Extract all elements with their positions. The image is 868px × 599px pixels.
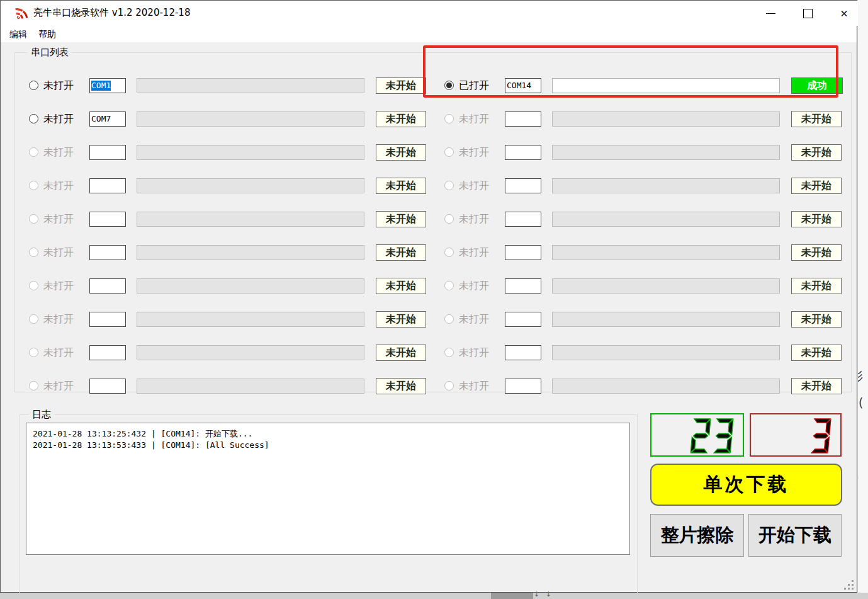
port-status-label: 未打开: [43, 146, 74, 159]
minimize-button[interactable]: [756, 1, 785, 26]
progress-bar: [137, 145, 364, 160]
close-icon: ✕: [840, 9, 848, 18]
com-port-field[interactable]: COM1: [89, 78, 126, 93]
port-row: 未打开 COM1 未开始: [21, 77, 431, 94]
com-port-field[interactable]: [89, 212, 126, 227]
port-status-label: 未打开: [43, 313, 74, 326]
com-port-field[interactable]: [89, 379, 126, 394]
port-radio[interactable]: [29, 214, 38, 224]
maximize-button[interactable]: [793, 1, 822, 26]
status-button[interactable]: 未开始: [791, 144, 842, 161]
port-radio[interactable]: [29, 348, 38, 357]
com-port-value: COM1: [91, 81, 111, 91]
status-button[interactable]: 未开始: [791, 278, 842, 294]
port-radio[interactable]: [29, 181, 38, 190]
port-row: 未打开 未开始: [21, 144, 431, 161]
status-button[interactable]: 未开始: [376, 378, 426, 394]
progress-bar: [552, 212, 780, 227]
status-button[interactable]: 未开始: [376, 244, 426, 261]
com-port-field[interactable]: [505, 212, 541, 227]
port-column-right: 已打开 COM14 成功 未打开 未开始 未打开 未开始 未打开 未开始 未打开…: [437, 77, 846, 411]
port-radio[interactable]: [444, 381, 454, 391]
start-download-button[interactable]: 开始下载: [748, 514, 842, 557]
port-status-label: 未打开: [459, 313, 489, 326]
single-download-button[interactable]: 单次下载: [650, 464, 842, 506]
port-radio[interactable]: [444, 214, 454, 224]
port-status-label: 未打开: [459, 346, 489, 360]
status-button[interactable]: 未开始: [376, 278, 426, 294]
status-button[interactable]: 未开始: [376, 144, 426, 161]
status-button[interactable]: 未开始: [791, 178, 842, 194]
log-textarea[interactable]: 2021-01-28 13:13:25:432 | [COM14]: 开始下载.…: [26, 423, 630, 555]
com-port-field[interactable]: [505, 278, 541, 294]
port-radio[interactable]: [444, 81, 454, 90]
port-status-label: 未打开: [43, 79, 74, 93]
status-button[interactable]: 未开始: [791, 111, 842, 127]
status-button[interactable]: 未开始: [791, 244, 842, 261]
com-port-field[interactable]: [505, 145, 541, 160]
status-button[interactable]: 未开始: [376, 178, 426, 194]
status-button[interactable]: 未开始: [376, 211, 426, 227]
com-port-field[interactable]: [505, 178, 541, 193]
menu-edit[interactable]: 编辑: [6, 27, 31, 41]
port-radio[interactable]: [444, 181, 454, 190]
port-status-label: 未打开: [43, 180, 74, 193]
port-list-group-label: 串口列表: [28, 47, 72, 57]
status-button[interactable]: 成功: [791, 77, 843, 94]
port-radio[interactable]: [29, 381, 38, 391]
com-port-field[interactable]: [89, 245, 126, 260]
com-port-field[interactable]: [89, 312, 126, 327]
port-radio[interactable]: [29, 248, 38, 257]
com-port-field[interactable]: [89, 278, 126, 294]
progress-bar: [137, 78, 364, 93]
port-radio[interactable]: [29, 147, 38, 157]
status-button[interactable]: 未开始: [376, 111, 426, 127]
port-status-label: 未打开: [43, 213, 74, 226]
com-port-field[interactable]: [505, 111, 541, 127]
status-button[interactable]: 未开始: [376, 311, 426, 328]
background-text-fragment: 6: [858, 469, 859, 483]
erase-all-button[interactable]: 整片擦除: [650, 514, 744, 557]
port-status-label: 未打开: [459, 246, 489, 260]
port-row: 未打开 未开始: [21, 178, 431, 194]
port-radio[interactable]: [29, 281, 38, 290]
port-list-group: 串口列表 未打开 COM1 未开始 未打开 COM7 未开始 未打开 未开始 未…: [14, 52, 852, 392]
app-logo-icon: [15, 7, 28, 20]
status-button[interactable]: 未开始: [791, 311, 842, 328]
com-port-field[interactable]: [89, 345, 126, 360]
port-status-label: 未打开: [459, 280, 489, 293]
com-port-field[interactable]: [89, 178, 126, 193]
port-radio[interactable]: [29, 114, 38, 123]
port-radio[interactable]: [29, 81, 38, 90]
port-radio[interactable]: [444, 281, 454, 290]
status-button[interactable]: 未开始: [376, 77, 426, 94]
status-button[interactable]: 未开始: [791, 211, 842, 227]
progress-bar: [552, 178, 780, 193]
maximize-icon: [803, 9, 813, 18]
com-port-field[interactable]: [505, 379, 541, 394]
port-radio[interactable]: [444, 248, 454, 257]
resize-grip-icon[interactable]: [842, 578, 854, 590]
port-row: 未打开 未开始: [21, 311, 431, 328]
close-button[interactable]: ✕: [830, 1, 859, 26]
com-port-field[interactable]: COM14: [505, 78, 541, 93]
log-group-label: 日志: [29, 409, 54, 419]
taskbar-segment: [491, 593, 533, 599]
com-port-value: COM7: [91, 114, 111, 124]
port-radio[interactable]: [29, 314, 38, 324]
port-radio[interactable]: [444, 314, 454, 324]
status-button[interactable]: 未开始: [791, 378, 842, 394]
com-port-field[interactable]: COM7: [89, 111, 126, 127]
port-radio[interactable]: [444, 348, 454, 357]
status-button[interactable]: 未开始: [791, 345, 842, 361]
port-status-label: 已打开: [459, 79, 489, 93]
menu-help[interactable]: 帮助: [35, 27, 60, 41]
com-port-field[interactable]: [505, 312, 541, 327]
com-port-field[interactable]: [89, 145, 126, 160]
com-port-field[interactable]: [505, 245, 541, 260]
port-radio[interactable]: [444, 147, 454, 157]
status-button[interactable]: 未开始: [376, 345, 426, 361]
com-port-field[interactable]: [505, 345, 541, 360]
titlebar: 亮牛串口烧录软件 v1.2 2020-12-18 ✕: [1, 1, 857, 26]
port-radio[interactable]: [444, 114, 454, 123]
